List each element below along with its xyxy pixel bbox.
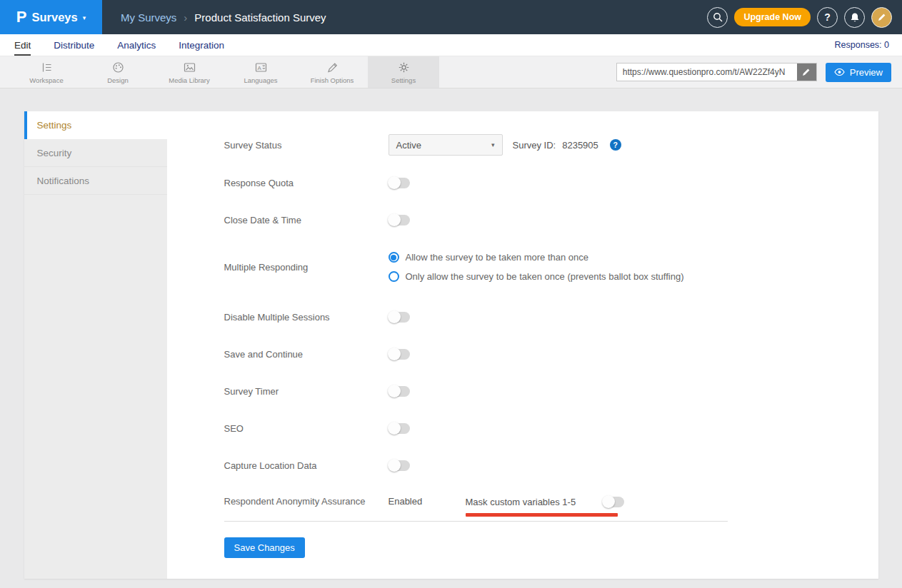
notifications-button[interactable] (844, 7, 865, 28)
mask-variables-label: Mask custom variables 1-5 (466, 497, 576, 507)
multiple-responding-row: Multiple Responding Allow the survey to … (224, 247, 878, 287)
tab-distribute[interactable]: Distribute (54, 34, 94, 56)
tool-design[interactable]: Design (82, 56, 154, 88)
toggle-knob (602, 495, 615, 508)
option-allow-more-than-once[interactable]: Allow the survey to be taken more than o… (389, 252, 684, 263)
survey-timer-row: Survey Timer (224, 381, 878, 401)
tool-languages[interactable]: A Languages (225, 56, 296, 88)
survey-status-label: Survey Status (224, 140, 389, 151)
toolbar-right: Preview (616, 56, 902, 88)
survey-timer-label: Survey Timer (224, 386, 389, 397)
tab-analytics[interactable]: Analytics (117, 34, 156, 56)
search-icon (713, 12, 723, 22)
anonymity-row: Respondent Anonymity Assurance Enabled M… (224, 492, 878, 517)
search-button[interactable] (707, 7, 728, 28)
settings-sidebar: Settings Security Notifications (24, 111, 167, 579)
close-date-row: Close Date & Time (224, 210, 878, 230)
tool-label: Media Library (169, 76, 210, 84)
anonymity-status: Enabled (389, 492, 466, 507)
gear-icon (397, 61, 411, 74)
edit-url-button[interactable] (797, 64, 816, 81)
toggle-knob (388, 213, 401, 226)
topbar-actions: Upgrade Now ? (707, 7, 902, 28)
questionpro-logo: P (16, 9, 27, 25)
page-content: Settings Security Notifications Survey S… (0, 88, 902, 588)
preview-label: Preview (850, 67, 883, 78)
nav-tabs: Edit Distribute Analytics Integration (14, 34, 224, 56)
seo-label: SEO (224, 423, 389, 434)
translate-icon: A (254, 61, 268, 74)
user-avatar[interactable] (871, 7, 892, 28)
radio-selected-icon (389, 252, 399, 263)
preview-button[interactable]: Preview (826, 63, 891, 82)
bell-icon (850, 12, 860, 23)
survey-id-value: 8235905 (562, 140, 598, 151)
toggle-knob (388, 385, 401, 397)
image-icon (183, 61, 196, 74)
survey-status-select[interactable]: Active ▾ (389, 134, 503, 156)
toggle-knob (388, 348, 401, 360)
toggle-knob (388, 459, 401, 472)
toggle-knob (388, 422, 401, 435)
disable-sessions-label: Disable Multiple Sessions (224, 312, 389, 323)
tool-workspace[interactable]: Workspace (11, 56, 82, 88)
breadcrumb-current-survey: Product Satisfaction Survey (194, 11, 326, 24)
upgrade-now-button[interactable]: Upgrade Now (734, 8, 811, 26)
save-changes-button[interactable]: Save Changes (224, 537, 305, 558)
option-label: Only allow the survey to be taken once (… (406, 271, 684, 282)
product-name: Surveys (31, 11, 77, 24)
multiple-responding-options: Allow the survey to be taken more than o… (389, 252, 684, 282)
option-label: Allow the survey to be taken more than o… (406, 252, 589, 263)
edit-toolbar: Workspace Design Media Library A Languag… (0, 56, 902, 88)
pencil-icon (802, 68, 811, 76)
help-button[interactable]: ? (817, 7, 838, 28)
svg-text:A: A (257, 64, 261, 71)
save-continue-row: Save and Continue (224, 344, 878, 364)
responses-count: Responses: 0 (835, 40, 889, 50)
workspace-icon (40, 61, 54, 74)
survey-id-help-icon[interactable]: ? (610, 139, 621, 151)
tool-finish-options[interactable]: Finish Options (296, 56, 368, 88)
tool-label: Settings (391, 76, 416, 84)
survey-url-box (616, 63, 817, 81)
product-switcher[interactable]: P Surveys ▾ (0, 0, 102, 34)
sidebar-item-settings[interactable]: Settings (24, 111, 167, 139)
settings-card: Settings Security Notifications Survey S… (24, 111, 878, 579)
survey-timer-toggle[interactable] (389, 386, 410, 397)
option-only-once[interactable]: Only allow the survey to be taken once (… (389, 271, 684, 282)
survey-id-label: Survey ID: (513, 140, 556, 151)
tool-settings[interactable]: Settings (368, 56, 439, 88)
anonymity-label: Respondent Anonymity Assurance (224, 492, 389, 507)
disable-sessions-toggle[interactable] (389, 312, 410, 323)
tab-edit[interactable]: Edit (14, 34, 31, 56)
radio-unselected-icon (389, 271, 399, 282)
tab-integration[interactable]: Integration (179, 34, 224, 56)
disable-sessions-row: Disable Multiple Sessions (224, 307, 878, 327)
survey-status-row: Survey Status Active ▾ Survey ID: 823590… (224, 134, 878, 156)
response-quota-label: Response Quota (224, 178, 389, 188)
survey-url-input[interactable] (617, 64, 797, 81)
sidebar-item-notifications[interactable]: Notifications (24, 167, 167, 195)
pencil-icon (878, 13, 886, 21)
save-continue-toggle[interactable] (389, 349, 410, 360)
capture-location-label: Capture Location Data (224, 460, 389, 471)
mask-variables-toggle[interactable] (603, 497, 624, 507)
capture-location-row: Capture Location Data (224, 455, 878, 475)
chevron-down-icon: ▾ (83, 14, 86, 21)
breadcrumb-my-surveys[interactable]: My Surveys (121, 11, 176, 24)
tool-label: Finish Options (311, 76, 354, 84)
survey-status-value: Active (396, 140, 421, 151)
breadcrumb-separator-icon: › (184, 11, 187, 24)
settings-form: Survey Status Active ▾ Survey ID: 823590… (167, 111, 878, 579)
close-date-label: Close Date & Time (224, 215, 389, 225)
form-divider (224, 521, 728, 522)
tool-label: Workspace (29, 76, 63, 84)
capture-location-toggle[interactable] (389, 460, 410, 471)
sidebar-item-security[interactable]: Security (24, 139, 167, 167)
tool-media-library[interactable]: Media Library (154, 56, 225, 88)
seo-toggle[interactable] (389, 423, 410, 434)
tool-label: Languages (244, 76, 277, 84)
close-date-toggle[interactable] (389, 215, 410, 225)
response-quota-toggle[interactable] (389, 178, 410, 188)
mask-variables-line: Mask custom variables 1-5 (466, 492, 625, 511)
